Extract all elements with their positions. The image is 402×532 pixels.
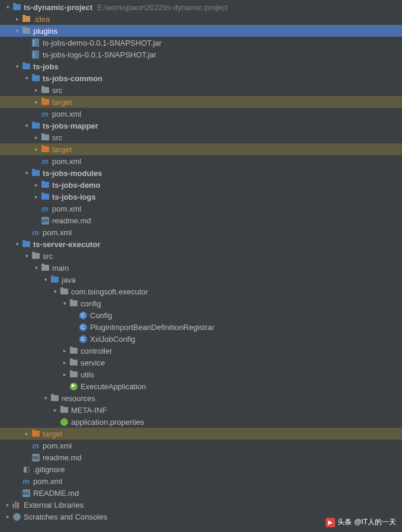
tree-row[interactable]: application.properties	[0, 416, 402, 428]
expand-arrow-icon[interactable]	[33, 99, 39, 105]
tree-row[interactable]: CXxlJobConfig	[0, 333, 402, 345]
tree-row[interactable]: MDreadme.md	[0, 451, 402, 463]
tree-row[interactable]: ts-server-executor	[0, 238, 402, 250]
project-tree[interactable]: ts-dynamic-projectE:\workspace\2022\ts-d…	[0, 0, 402, 523]
folder-icon	[21, 239, 31, 249]
expand-arrow-icon[interactable]	[24, 170, 30, 176]
tree-row[interactable]: mpom.xml	[0, 475, 402, 487]
expand-arrow-icon[interactable]	[62, 300, 67, 306]
tree-item-label: .gitignore	[33, 465, 65, 474]
tree-item-label: ts-jobs-demo	[52, 181, 101, 190]
tree-row[interactable]: ts-jobs-mapper	[0, 120, 402, 132]
expand-arrow-icon[interactable]	[33, 265, 39, 271]
tree-item-label: pom.xml	[43, 228, 72, 237]
folder-icon	[40, 133, 50, 142]
tree-row[interactable]: src	[0, 250, 402, 262]
tree-row[interactable]: plugins	[0, 25, 402, 37]
tree-row[interactable]: CPluginImportBeanDefinitionRegistrar	[0, 321, 402, 333]
folder-icon	[31, 251, 40, 261]
folder-icon	[40, 180, 50, 190]
maven-icon: m	[40, 156, 50, 166]
expand-arrow-icon[interactable]	[33, 182, 39, 188]
expand-arrow-icon[interactable]	[33, 134, 39, 140]
tree-row[interactable]: .idea	[0, 13, 402, 25]
expand-arrow-icon[interactable]	[43, 277, 49, 283]
tree-row[interactable]: MDreadme.md	[0, 214, 402, 226]
watermark: ▶ 头条 @IT人的一天	[326, 517, 396, 527]
tree-row[interactable]: java	[0, 274, 402, 286]
tree-row[interactable]: ts-jobs-logs	[0, 191, 402, 203]
tree-row[interactable]: ts-jobs-demo	[0, 179, 402, 191]
tree-row[interactable]: main	[0, 262, 402, 274]
expand-arrow-icon[interactable]	[24, 75, 30, 81]
watermark-text: @IT人的一天	[354, 517, 396, 527]
expand-arrow-icon[interactable]	[43, 395, 49, 401]
tree-item-label: ts-jobs-mapper	[43, 121, 98, 130]
expand-arrow-icon[interactable]	[52, 407, 58, 413]
tree-row[interactable]: mpom.xml	[0, 440, 402, 451]
tree-row[interactable]: ◧.gitignore	[0, 463, 402, 475]
tree-item-label: pom.xml	[52, 157, 81, 166]
expand-arrow-icon[interactable]	[62, 371, 67, 377]
tree-row[interactable]: mpom.xml	[0, 155, 402, 167]
tree-row[interactable]: controller	[0, 345, 402, 357]
folder-icon	[40, 85, 50, 95]
tree-row[interactable]: ts-jobs-logs-0.0.1-SNAPSHOT.jar	[0, 49, 402, 60]
tree-item-label: pom.xml	[52, 204, 81, 213]
tree-row[interactable]: target	[0, 428, 402, 440]
expand-arrow-icon[interactable]	[33, 87, 39, 93]
expand-arrow-icon[interactable]	[5, 502, 11, 508]
folder-icon	[31, 168, 40, 178]
tree-item-label: .idea	[33, 15, 50, 24]
tree-row[interactable]: ExecuteApplication	[0, 380, 402, 392]
expand-arrow-icon[interactable]	[62, 348, 67, 354]
tree-row[interactable]: src	[0, 84, 402, 96]
tree-row[interactable]: ts-jobs-modules	[0, 167, 402, 179]
expand-arrow-icon[interactable]	[14, 241, 20, 247]
tree-row[interactable]: CConfig	[0, 309, 402, 321]
tree-row[interactable]: ts-jobs-demo-0.0.1-SNAPSHOT.jar	[0, 37, 402, 49]
class-icon: C	[78, 310, 88, 320]
tree-row[interactable]: ts-jobs-common	[0, 72, 402, 84]
tree-item-label: README.md	[33, 489, 79, 498]
expand-arrow-icon[interactable]	[14, 63, 20, 69]
tree-row[interactable]: target	[0, 96, 402, 108]
tree-row[interactable]: META-INF	[0, 404, 402, 416]
expand-arrow-icon[interactable]	[14, 28, 20, 34]
tree-row[interactable]: MDREADME.md	[0, 487, 402, 499]
tree-item-label: readme.md	[52, 216, 91, 225]
library-icon	[12, 500, 21, 509]
expand-arrow-icon[interactable]	[14, 16, 20, 22]
tree-item-label: utils	[81, 370, 94, 379]
folder-icon	[40, 145, 50, 154]
tree-item-label: Scratches and Consoles	[24, 512, 107, 521]
tree-row[interactable]: utils	[0, 368, 402, 380]
tree-item-label: pom.xml	[43, 441, 72, 450]
expand-arrow-icon[interactable]	[5, 514, 11, 520]
tree-row[interactable]: ts-dynamic-projectE:\workspace\2022\ts-d…	[0, 1, 402, 13]
expand-arrow-icon[interactable]	[24, 253, 30, 259]
tree-row[interactable]: src	[0, 132, 402, 143]
expand-arrow-icon[interactable]	[24, 123, 30, 129]
expand-arrow-icon[interactable]	[24, 431, 30, 437]
tree-row[interactable]: service	[0, 357, 402, 368]
tree-row[interactable]: config	[0, 297, 402, 309]
folder-icon	[21, 26, 31, 36]
folder-icon	[40, 263, 50, 273]
tree-item-label: resources	[62, 394, 95, 403]
tree-row[interactable]: target	[0, 143, 402, 155]
tree-row[interactable]: resources	[0, 392, 402, 404]
expand-arrow-icon[interactable]	[5, 4, 11, 10]
tree-row[interactable]: mpom.xml	[0, 108, 402, 120]
tree-item-label: service	[81, 358, 105, 367]
tree-row[interactable]: mpom.xml	[0, 203, 402, 214]
tree-row[interactable]: ts-jobs	[0, 60, 402, 72]
expand-arrow-icon[interactable]	[33, 194, 39, 200]
expand-arrow-icon[interactable]	[52, 289, 58, 294]
expand-arrow-icon[interactable]	[33, 146, 39, 152]
tree-item-label: ts-jobs	[33, 62, 59, 71]
tree-row[interactable]: mpom.xml	[0, 226, 402, 238]
tree-row[interactable]: com.tsingsoft.executor	[0, 286, 402, 297]
expand-arrow-icon[interactable]	[62, 360, 67, 366]
tree-row[interactable]: External Libraries	[0, 499, 402, 511]
